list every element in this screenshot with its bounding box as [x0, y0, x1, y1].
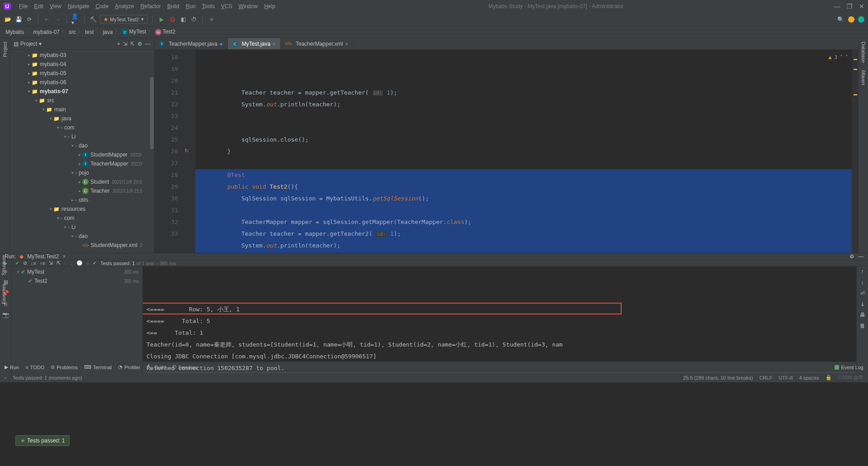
up-icon[interactable]: ↑	[861, 268, 864, 275]
tree-item[interactable]: ▾▫Li	[10, 132, 154, 141]
close-icon[interactable]: ✕	[859, 3, 864, 10]
open-icon[interactable]: 📂	[4, 15, 12, 24]
database-tool-button[interactable]: Database	[861, 40, 866, 65]
next-icon[interactable]: ↓	[70, 261, 73, 266]
test-tree-item[interactable]: ▾✔MyTest385 ms	[12, 267, 142, 276]
breadcrumb-item[interactable]: mTest2	[155, 29, 175, 36]
coverage-icon[interactable]: ◧	[179, 15, 187, 24]
code-editor[interactable]: ▲ 3 ˄ ˅ Teacher teacher = mapper.getTeac…	[195, 50, 852, 253]
run-icon[interactable]: ▶	[157, 15, 165, 24]
down-icon[interactable]: ↓	[861, 279, 864, 285]
stop-icon[interactable]: ■	[208, 15, 216, 24]
tree-item[interactable]: ▾📁mybatis-07	[10, 87, 154, 96]
code-line[interactable]: @Test	[195, 169, 852, 181]
locate-icon[interactable]: ⌖	[117, 41, 120, 47]
menu-edit[interactable]: Edit	[31, 2, 46, 10]
menu-tools[interactable]: Tools	[199, 2, 217, 10]
editor-tab[interactable]: ITeacherMapper.java●	[155, 38, 228, 49]
print-icon[interactable]: 🖶	[860, 312, 865, 318]
build-hammer-icon[interactable]: 🔨	[89, 15, 97, 24]
code-line[interactable]: }	[195, 146, 852, 157]
tree-item[interactable]: ▸📁mybatis-03	[10, 51, 154, 60]
code-line[interactable]: public void Test2(){	[195, 181, 852, 193]
tree-item[interactable]: ▾📁src	[10, 96, 154, 105]
hide-icon[interactable]: —	[858, 253, 863, 260]
collapse-all-icon[interactable]: ⇱	[130, 41, 135, 47]
tree-item[interactable]: ▾▫dao	[10, 232, 154, 241]
menu-run[interactable]: Run	[183, 2, 198, 10]
tree-item[interactable]: ▸IStudentMapper2022/	[10, 150, 154, 159]
code-line[interactable]: SqlSession sqlSession = MybatisUtils.get…	[195, 193, 852, 204]
menu-help[interactable]: Help	[261, 2, 278, 10]
test-tree[interactable]: ▾✔MyTest385 ms✔Test2385 ms	[12, 266, 143, 376]
code-line[interactable]	[195, 110, 852, 122]
tree-item[interactable]: ▸📁mybatis-05	[10, 69, 154, 78]
maximize-icon[interactable]: ❐	[847, 3, 853, 10]
maven-tool-button[interactable]: Maven	[861, 68, 866, 87]
bottom-tool-profiler[interactable]: ◔Profiler	[118, 364, 140, 370]
forward-icon[interactable]: →	[54, 15, 62, 24]
tree-item[interactable]: ▾▫pojo	[10, 168, 154, 177]
build-user-icon[interactable]: 👤▾	[71, 15, 80, 24]
editor-tab[interactable]: CMyTest.java×	[228, 38, 281, 49]
chevron-down-icon[interactable]: ˅	[845, 52, 848, 63]
menu-code[interactable]: Code	[93, 2, 111, 10]
tree-scrollbar-thumb[interactable]	[150, 77, 154, 149]
search-icon[interactable]: 🔍	[836, 15, 844, 24]
bottom-tool-problems[interactable]: ⊘Problems	[51, 364, 77, 370]
close-tab-icon[interactable]: ×	[273, 41, 275, 47]
save-icon[interactable]: 💾	[14, 15, 23, 24]
project-tree[interactable]: ▸📁mybatis-03▸📁mybatis-04▸📁mybatis-05▸📁my…	[10, 50, 154, 253]
sort-icon-2[interactable]: ↑≡	[40, 261, 45, 266]
breadcrumb-item[interactable]: src	[69, 29, 76, 35]
hide-icon[interactable]: —	[145, 41, 151, 47]
menu-analyze[interactable]: Analyze	[112, 2, 137, 10]
breadcrumb-item[interactable]: Mybatis	[5, 29, 24, 35]
minimize-icon[interactable]: —	[834, 3, 840, 10]
tree-item[interactable]: ▸ITeacherMapper2022/	[10, 159, 154, 168]
breadcrumb-item[interactable]: java	[103, 29, 113, 35]
project-tool-button[interactable]: Project	[2, 40, 8, 59]
menu-view[interactable]: View	[47, 2, 64, 10]
test-tree-item[interactable]: ✔Test2385 ms	[12, 276, 142, 285]
run-line-marker-icon[interactable]: ↻	[184, 147, 189, 154]
bottom-tool-terminal[interactable]: ⌨Terminal	[84, 364, 112, 370]
run-config-selector[interactable]: ◆ MyTest.Test2 ▾	[100, 15, 148, 24]
project-panel-title[interactable]: ▤ Project ▾	[14, 41, 117, 47]
console-output[interactable]: <==== Row: 5, 小王, 1<==== Total: 5<== Tot…	[143, 266, 856, 376]
prev-icon[interactable]: ↑	[64, 261, 67, 266]
tree-item[interactable]: ▸▫utils	[10, 195, 154, 204]
menu-build[interactable]: Build	[165, 2, 182, 10]
chevron-up-icon[interactable]: ˄	[840, 52, 843, 63]
bottom-tool-todo[interactable]: ≡TODO	[25, 365, 44, 370]
tree-item[interactable]: ▸CTeacher2022/11/9 21:5	[10, 186, 154, 195]
code-line[interactable]	[195, 204, 852, 216]
menu-window[interactable]: Window	[236, 2, 260, 10]
structure-tool-button[interactable]: Structure	[1, 253, 6, 277]
ide-update-icon[interactable]	[848, 16, 854, 23]
gear-icon[interactable]: ⚙	[849, 253, 854, 260]
expand-all-icon[interactable]: ⇲	[123, 41, 127, 47]
sort-icon[interactable]: ↓≡	[31, 261, 36, 266]
tree-item[interactable]: ▾▫dao	[10, 141, 154, 150]
close-tab-icon[interactable]: ×	[62, 253, 66, 260]
menu-file[interactable]: File	[16, 2, 30, 10]
tree-item[interactable]: ▾▫com	[10, 214, 154, 223]
code-line[interactable]: System.out.println(teacher);	[195, 99, 852, 110]
collapse-all-icon[interactable]: ⇱	[57, 260, 61, 266]
inspections-widget[interactable]: ▲ 3 ˄ ˅	[829, 52, 848, 63]
soft-wrap-icon[interactable]: ⏎	[860, 290, 865, 296]
sync-icon[interactable]: ⟳	[25, 15, 33, 24]
code-line[interactable]: Teacher teacher = mapper.getTeacher2( id…	[195, 228, 852, 240]
bottom-tool-run[interactable]: ▶Run	[5, 364, 19, 370]
code-line[interactable]: Teacher teacher = mapper.getTeacher( id:…	[195, 87, 852, 99]
tree-item[interactable]: ▾▫Li	[10, 223, 154, 232]
tree-scrollbar-track[interactable]	[150, 50, 154, 253]
tree-item[interactable]: ▸📁mybatis-06	[10, 78, 154, 87]
status-icon[interactable]: ▫	[5, 375, 6, 380]
camera-icon[interactable]: 📷	[2, 312, 9, 318]
clear-icon[interactable]: 🗑	[860, 323, 865, 329]
close-tab-icon[interactable]: ×	[345, 41, 348, 47]
favorites-tool-button[interactable]: Favorites	[1, 282, 6, 306]
error-stripe[interactable]	[852, 50, 858, 253]
